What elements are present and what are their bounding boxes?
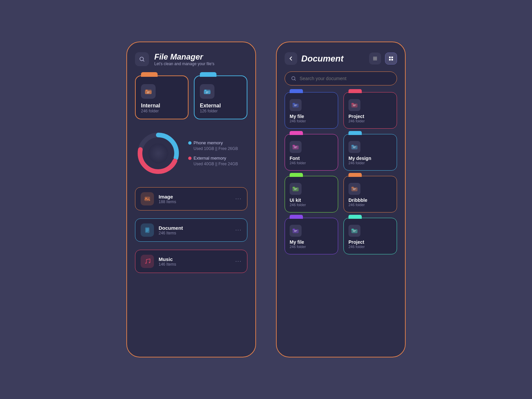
left-panel: File Manager Let's clean and manage your…	[126, 42, 256, 357]
phone-memory-detail: Used 10GB || Free 26GB	[188, 146, 238, 151]
image-name: Image	[159, 194, 231, 200]
search-icon-button[interactable]	[135, 52, 149, 66]
folder-tab	[290, 131, 303, 135]
document-list-item[interactable]: Document 246 Items ···	[135, 218, 247, 242]
svg-rect-44	[293, 187, 295, 189]
svg-rect-36	[293, 145, 295, 147]
folder-name: My design	[348, 156, 371, 161]
svg-rect-29	[294, 105, 297, 105]
svg-rect-56	[351, 229, 354, 230]
folder-icon	[351, 227, 358, 234]
music-name: Music	[159, 256, 231, 262]
svg-rect-14	[145, 197, 150, 201]
music-list-item[interactable]: Music 146 Items ···	[135, 250, 247, 273]
back-icon	[288, 56, 294, 61]
search-input[interactable]	[300, 76, 391, 81]
grid-folder-my-file[interactable]: My file 246 folder	[285, 92, 338, 129]
donut-chart	[135, 130, 182, 177]
right-panel: Document	[276, 42, 406, 357]
svg-rect-54	[294, 231, 296, 232]
svg-rect-42	[353, 148, 355, 148]
music-more-button[interactable]: ···	[235, 258, 242, 264]
search-bar[interactable]	[285, 71, 397, 85]
svg-rect-19	[373, 57, 377, 58]
folder-icon-box	[290, 141, 302, 153]
folder-detail: 246 folder	[290, 245, 306, 249]
svg-rect-53	[294, 230, 297, 231]
music-icon	[144, 258, 151, 265]
phone-memory-label: Phone memory	[194, 140, 223, 145]
list-view-button[interactable]	[369, 53, 381, 65]
internal-folder-card[interactable]: Internal 246 folder	[135, 75, 189, 119]
svg-rect-58	[353, 231, 355, 232]
image-detail: 188 Items	[159, 200, 231, 204]
folder-icon-box	[290, 183, 302, 195]
folder-icon	[292, 101, 299, 109]
left-header: File Manager Let's clean and manage your…	[135, 52, 247, 66]
grid-folder-project[interactable]: Project 246 folder	[343, 92, 397, 129]
external-memory-detail: Used 40GB || Free 24GB	[188, 162, 238, 166]
folder-icon-box	[348, 99, 360, 111]
svg-rect-5	[147, 93, 149, 93]
folder-tab	[290, 89, 303, 93]
storage-section: Phone memory Used 10GB || Free 26GB Exte…	[135, 127, 247, 179]
grid-folder-project-2[interactable]: Project 246 folder	[343, 218, 397, 254]
svg-rect-49	[353, 189, 356, 189]
folder-tab	[348, 131, 362, 135]
folder-tab-blue	[200, 72, 216, 77]
external-folder-card[interactable]: External 126 folder	[194, 75, 247, 119]
folder-tab	[348, 215, 362, 219]
folder-icon	[292, 185, 299, 193]
internal-folder-detail: 246 folder	[141, 109, 159, 113]
svg-rect-33	[353, 105, 356, 105]
right-panel-title: Document	[301, 54, 365, 64]
storage-info: Phone memory Used 10GB || Free 26GB Exte…	[188, 140, 238, 166]
folder-name: My file	[290, 239, 304, 245]
phone-storage-item: Phone memory Used 10GB || Free 26GB	[188, 140, 238, 151]
folder-icon-box	[290, 225, 302, 237]
svg-rect-45	[294, 189, 297, 189]
folder-icon	[292, 227, 299, 234]
blue-dot	[188, 141, 192, 145]
folder-icon	[351, 143, 358, 151]
folder-grid: My file 246 folder Project 246 folder	[285, 92, 397, 254]
grid-folder-dribbble[interactable]: Dribbble 246 folder	[343, 176, 397, 212]
folder-name: Project	[348, 114, 364, 119]
svg-rect-30	[294, 106, 296, 106]
phone-label: Phone memory	[188, 140, 238, 145]
svg-rect-48	[351, 187, 354, 189]
svg-rect-28	[293, 103, 295, 105]
svg-point-18	[149, 262, 150, 263]
folder-icon	[203, 87, 211, 95]
document-icon-box	[141, 223, 154, 237]
folder-icon-box	[348, 225, 360, 237]
document-detail: 246 Items	[159, 231, 231, 235]
svg-rect-41	[353, 147, 356, 147]
svg-rect-57	[353, 230, 356, 231]
svg-point-17	[145, 263, 147, 264]
grid-folder-font[interactable]: Font 246 folder	[285, 134, 338, 171]
grid-folder-ui-kit[interactable]: Ui kit 246 folder	[285, 176, 338, 212]
document-more-button[interactable]: ···	[235, 227, 242, 233]
back-button[interactable]	[285, 52, 297, 65]
svg-rect-46	[294, 190, 296, 190]
folder-tab	[290, 215, 303, 219]
right-header: Document	[285, 52, 397, 65]
external-label: External memory	[188, 156, 238, 161]
music-icon-box	[141, 255, 154, 268]
folder-detail: 246 folder	[348, 245, 365, 249]
grid-folder-my-file-2[interactable]: My file 246 folder	[285, 218, 338, 254]
image-list-item[interactable]: Image 188 Items ···	[135, 187, 247, 210]
document-icon	[144, 226, 151, 234]
folder-detail: 246 folder	[290, 203, 306, 207]
folder-detail: 246 folder	[290, 119, 306, 123]
folder-icon-box	[348, 183, 360, 195]
external-memory-label: External memory	[194, 156, 226, 161]
folder-icon-box	[348, 141, 360, 153]
grid-view-button[interactable]	[385, 53, 397, 65]
app-subtitle: Let's clean and manage your file's	[154, 62, 214, 66]
image-more-button[interactable]: ···	[235, 196, 242, 202]
svg-rect-3	[146, 90, 148, 91]
grid-folder-my-design[interactable]: My design 246 folder	[343, 134, 397, 171]
image-icon-box	[141, 192, 154, 205]
